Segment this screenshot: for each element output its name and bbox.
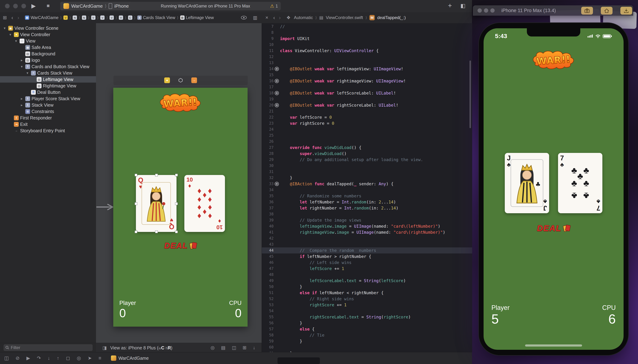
view-controller-icon[interactable]: ● — [164, 78, 170, 83]
outline-item-storyboard-entry-point[interactable]: →Storyboard Entry Point — [0, 128, 96, 134]
code-line-46[interactable]: 46 // Left side wins — [262, 260, 472, 266]
outline-item-player-score-stack-view[interactable]: ▸‖Player Score Stack View — [0, 96, 96, 102]
code-line-13[interactable]: 13 — [262, 60, 472, 66]
home-icon[interactable] — [601, 7, 612, 14]
code-line-47[interactable]: 47 leftScore += 1 — [262, 266, 472, 272]
code-line-59[interactable]: 59 } — [262, 338, 472, 344]
source-editor[interactable]: 7//89import UIKit1011class ViewControlle… — [262, 23, 472, 352]
outline-item-rightimage-view[interactable]: ▨Rightimage View — [0, 82, 96, 89]
jumpbar-crumb[interactable]: N — [82, 16, 86, 20]
code-line-19[interactable]: 19 — [262, 96, 472, 102]
forward-chevron-icon[interactable]: › — [18, 12, 19, 23]
jumpbar-crumb[interactable]: ‖Cards Stack View — [137, 15, 175, 20]
editor-layout-button[interactable]: ◧ — [460, 2, 465, 9]
zoom-fit-icon[interactable]: ◎ — [211, 345, 215, 350]
disclosure-open-icon[interactable]: ▾ — [14, 39, 18, 43]
outline-item-view-controller[interactable]: ▾●View Controller — [0, 31, 96, 38]
code-line-23[interactable]: 23 var rightScore = 0 — [262, 120, 472, 126]
code-line-40[interactable]: 40 leftimageView.image = UIImage(named: … — [262, 223, 472, 229]
editor-forward-chevron-icon[interactable]: › — [279, 12, 281, 23]
view-as-label[interactable]: View as: iPhone 8 Plus (wC hR) — [110, 345, 172, 350]
code-line-29[interactable]: 29 // Do any additional setup after load… — [262, 157, 472, 163]
code-line-32[interactable]: 32 } — [262, 175, 472, 181]
step-over-icon[interactable]: ↷ — [37, 355, 41, 361]
outline-item-safe-area[interactable]: ▦Safe Area — [0, 44, 96, 50]
left-card-image-view[interactable]: Q ♥ — [136, 175, 177, 232]
code-line-18[interactable]: 18 @IBOutlet weak var leftScoreLabel: UI… — [262, 90, 472, 96]
first-responder-hexagon-icon[interactable] — [178, 78, 184, 83]
interface-builder-canvas[interactable]: ● → WAR!! — [96, 23, 262, 343]
library-plus-button[interactable]: + — [448, 2, 452, 10]
code-line-10[interactable]: 10 — [262, 42, 472, 48]
code-line-56[interactable]: 56 } — [262, 320, 472, 326]
code-line-58[interactable]: 58 // Tie — [262, 332, 472, 338]
outline-item-view-controller-scene[interactable]: ▾▣View Controller Scene — [0, 25, 96, 31]
code-line-48[interactable]: 48 — [262, 272, 472, 278]
code-line-12[interactable]: 12 — [262, 54, 472, 60]
close-button[interactable] — [5, 4, 10, 8]
connection-well-icon[interactable] — [274, 182, 280, 186]
jumpbar-crumb[interactable]: ▨Leftimage View — [180, 15, 214, 20]
screenshot-camera-icon[interactable] — [581, 7, 593, 14]
outline-item-exit[interactable]: ⇥Exit — [0, 121, 96, 128]
code-line-53[interactable]: 53 rightScore += 1 — [262, 302, 472, 308]
code-line-35[interactable]: 35 // Randomize some numbers — [262, 193, 472, 199]
code-line-9[interactable]: 9import UIKit — [262, 36, 472, 42]
outline-item-first-responder[interactable]: ↥First Responder — [0, 115, 96, 121]
warning-badge[interactable]: ⚠ 1 — [270, 2, 278, 10]
code-line-39[interactable]: 39 // Update the image views — [262, 217, 472, 223]
outline-item-stack-view[interactable]: ▸‖Stack View — [0, 102, 96, 108]
code-line-11[interactable]: 11class ViewController: UIViewController… — [262, 48, 472, 54]
filter-input[interactable] — [11, 345, 91, 350]
code-line-30[interactable]: 30 — [262, 163, 472, 169]
disclosure-closed-icon[interactable]: ▸ — [20, 58, 24, 62]
code-line-7[interactable]: 7// — [262, 24, 472, 30]
resize-handle[interactable] — [155, 174, 158, 176]
step-out-icon[interactable]: ↑ — [57, 356, 59, 361]
exit-icon[interactable]: → — [191, 78, 197, 83]
code-line-24[interactable]: 24 — [262, 126, 472, 132]
breakpoints-icon[interactable]: ⊘ — [16, 355, 20, 361]
outline-item-logo[interactable]: ▸▨logo — [0, 57, 96, 63]
step-into-icon[interactable]: ↓ — [48, 356, 50, 361]
related-items-grid-icon[interactable]: ⊞ — [3, 12, 7, 23]
code-line-37[interactable]: 37 let rightNumber = Int.random(in: 2...… — [262, 205, 472, 211]
minimize-button[interactable] — [13, 4, 18, 8]
jumpbar-crumb[interactable]: V — [119, 16, 123, 20]
jumpbar-crumb[interactable]: V — [91, 16, 96, 20]
disclosure-closed-icon[interactable]: ▸ — [20, 103, 24, 107]
related-items-icon[interactable]: ❖ — [286, 12, 291, 23]
back-chevron-icon[interactable]: ‹ — [12, 12, 13, 23]
code-line-22[interactable]: 22 var leftScore = 0 — [262, 114, 472, 120]
code-line-38[interactable]: 38 — [262, 211, 472, 217]
code-line-14[interactable]: 14 @IBOutlet weak var leftimageView: UII… — [262, 66, 472, 72]
connection-well-icon[interactable] — [274, 91, 280, 95]
jumpbar-crumb[interactable]: C — [128, 16, 132, 20]
zoom-button[interactable] — [21, 4, 26, 8]
resize-handle[interactable] — [155, 230, 158, 233]
code-line-41[interactable]: 41 rightimageView.image = UIImage(named:… — [262, 229, 472, 235]
breadcrumb-method[interactable]: dealTapped(_:) — [377, 15, 406, 20]
right-card-image-view[interactable]: 10 ♦ ♦♦♦♦♦♦♦♦♦♦ 10 ♦ — [184, 175, 225, 232]
code-line-33[interactable]: 33 @IBAction func dealTapped(_ sender: A… — [262, 181, 472, 187]
resize-handle[interactable] — [175, 230, 178, 233]
breadcrumb-automatic[interactable]: Automatic — [294, 15, 313, 20]
code-line-43[interactable]: 43 — [262, 241, 472, 248]
resize-handle[interactable] — [175, 202, 178, 205]
outline-item-deal-button[interactable]: BDeal Button — [0, 89, 96, 96]
constraints-menu-icon[interactable]: ⊞ — [243, 345, 247, 350]
code-line-44[interactable]: 44 // Compare the random numbers — [262, 248, 472, 254]
adjust-editor-icon[interactable]: ▥ — [253, 12, 257, 23]
jumpbar-crumb[interactable]: V — [100, 16, 105, 20]
minimize-button[interactable] — [484, 8, 488, 13]
variants-icon[interactable]: ◫ — [232, 345, 236, 350]
view-hierarchy-icon[interactable]: ◻ — [66, 355, 70, 361]
disclosure-open-icon[interactable]: ▾ — [3, 26, 7, 30]
resize-handle[interactable] — [135, 202, 137, 205]
jumpbar-crumb[interactable]: ▤WarCArdGame — [25, 15, 59, 20]
deal-button[interactable]: DEAL — [164, 241, 197, 250]
device-bezels-icon[interactable]: ◨ — [102, 345, 107, 351]
code-line-26[interactable]: 26 — [262, 138, 472, 144]
connection-well-icon[interactable] — [274, 103, 280, 107]
outline-item-cards-stack-view[interactable]: ▾≡Cards Stack View — [0, 70, 96, 76]
